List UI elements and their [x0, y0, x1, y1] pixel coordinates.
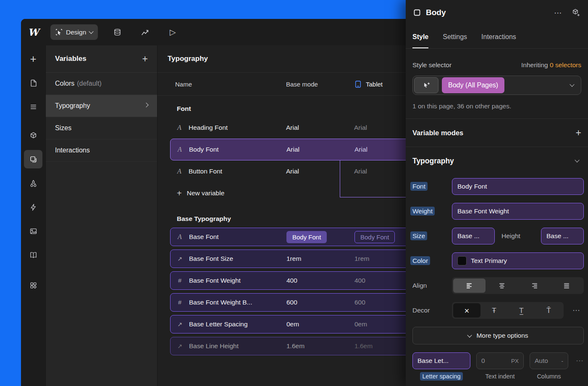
- base-mode-pill[interactable]: Body Font: [286, 231, 327, 243]
- interactions-label: Interactions: [55, 147, 90, 154]
- underline-button[interactable]: T̲: [508, 303, 535, 318]
- base-mode-value[interactable]: Arial: [286, 168, 354, 175]
- pages-button[interactable]: [24, 74, 42, 92]
- table-row[interactable]: A Base Font Body Font Body Font: [170, 228, 422, 246]
- style-inspector-panel: Body ⋯ Style Settings Interactions Style…: [406, 0, 588, 386]
- typography-section-header[interactable]: Typography: [406, 147, 588, 175]
- tab-settings[interactable]: Settings: [443, 25, 467, 48]
- selector-usage-text: 1 on this page, 36 on other pages.: [412, 102, 581, 110]
- align-center-button[interactable]: [486, 278, 518, 293]
- selected-element-title: Body: [426, 8, 446, 17]
- sidebar-item-colors[interactable]: Colors(default): [46, 73, 157, 95]
- size-value-field[interactable]: Base ...: [452, 228, 495, 244]
- underline-icon: T̲: [520, 307, 524, 315]
- variables-button[interactable]: [24, 150, 42, 168]
- resources-button[interactable]: [24, 246, 42, 264]
- columns-field[interactable]: Auto -: [530, 352, 568, 369]
- align-right-icon: [531, 282, 538, 289]
- styles-button[interactable]: [24, 174, 42, 192]
- apps-button[interactable]: [24, 276, 42, 294]
- text-indent-field[interactable]: 0 PX: [476, 352, 524, 369]
- webflow-logo-icon: W: [28, 26, 39, 38]
- tab-style[interactable]: Style: [412, 25, 428, 48]
- align-property-row: Align: [412, 277, 584, 294]
- base-mode-value[interactable]: 1rem: [286, 255, 354, 263]
- sidebar-item-typography[interactable]: Typography: [46, 95, 157, 117]
- none-icon: ×: [464, 307, 470, 315]
- columns-label: Columns: [530, 373, 568, 380]
- typography-label: Typography: [55, 102, 90, 110]
- base-mode-value[interactable]: 400: [286, 277, 354, 284]
- table-row[interactable]: A Heading Font Arial Arial: [170, 117, 422, 139]
- selector-pill[interactable]: Body (All Pages): [442, 77, 504, 93]
- more-type-options-button[interactable]: More type options: [412, 327, 584, 344]
- more-options-icon[interactable]: ⋯: [554, 8, 562, 18]
- type-details-row: Base Let... 0 PX Auto - ⋯: [412, 352, 584, 369]
- tab-interactions[interactable]: Interactions: [481, 25, 516, 48]
- base-mode-value[interactable]: 1.6em: [286, 342, 354, 350]
- inspector-tabs: Style Settings Interactions: [406, 25, 588, 49]
- strikethrough-button[interactable]: Ŧ: [480, 303, 508, 318]
- logo-button[interactable]: W: [21, 26, 45, 38]
- design-mode-button[interactable]: Design: [50, 24, 98, 40]
- add-element-button[interactable]: +: [24, 50, 42, 68]
- inheriting-info[interactable]: Inheriting 0 selectors: [521, 61, 581, 69]
- cms-database-button[interactable]: [109, 24, 126, 41]
- row-more-icon[interactable]: ⋯: [576, 356, 584, 365]
- tablet-pill[interactable]: Body Font: [354, 231, 395, 243]
- add-variable-mode-button[interactable]: +: [576, 128, 581, 138]
- overline-button[interactable]: T̄: [535, 303, 562, 318]
- column-tablet[interactable]: Tablet: [354, 80, 383, 88]
- table-row[interactable]: ↗ Base Font Size 1rem 1rem: [170, 249, 422, 268]
- variables-panel: Variables + Colors(default) Typography S…: [45, 45, 157, 386]
- table-row-selected[interactable]: A Body Font Arial Arial: [170, 139, 422, 160]
- variable-name: Base Font Size: [189, 255, 286, 263]
- create-component-button[interactable]: [572, 8, 580, 17]
- sidebar-item-sizes[interactable]: Sizes: [46, 117, 157, 139]
- text-indent-label: Text indent: [476, 373, 524, 380]
- chevron-down-icon: [575, 158, 579, 162]
- base-mode-value[interactable]: Arial: [286, 146, 354, 153]
- letter-spacing-field[interactable]: Base Let...: [412, 352, 470, 369]
- font-label: Font: [412, 183, 452, 190]
- table-row[interactable]: ↗ Base Line Height 1.6em 1.6em: [170, 337, 422, 355]
- number-icon: #: [171, 299, 189, 306]
- variable-name: Base Line Height: [189, 342, 286, 350]
- align-left-button[interactable]: [453, 278, 486, 293]
- text-decoration-control: × Ŧ T̲ T̄: [452, 302, 564, 319]
- interactions-button[interactable]: [24, 198, 42, 216]
- apps-grid-icon: [30, 282, 37, 289]
- chevron-down-icon: [89, 29, 94, 34]
- table-row[interactable]: # Base Font Weight 400 400: [170, 271, 422, 290]
- table-row[interactable]: ↗ Base Letter Spacing 0em 0em: [170, 315, 422, 333]
- align-justify-button[interactable]: [550, 278, 583, 293]
- variable-name: Body Font: [189, 146, 286, 153]
- inherit-count: 0 selectors: [550, 61, 581, 68]
- base-mode-value[interactable]: 600: [286, 299, 354, 306]
- base-mode-value[interactable]: 0em: [286, 320, 354, 328]
- preview-button[interactable]: ▷: [164, 24, 181, 41]
- align-justify-icon: [563, 282, 570, 289]
- align-right-button[interactable]: [518, 278, 550, 293]
- table-row[interactable]: # Base Font Weight B... 600 600: [170, 293, 422, 312]
- new-selector-button[interactable]: [414, 77, 438, 93]
- decor-more-icon[interactable]: ⋯: [572, 306, 580, 315]
- base-mode-value[interactable]: Arial: [286, 124, 354, 131]
- weight-property-row: Weight Base Font Weight: [412, 203, 584, 220]
- height-value-field[interactable]: Base ...: [541, 228, 584, 244]
- assets-button[interactable]: [24, 222, 42, 240]
- sidebar-item-interactions[interactable]: Interactions: [46, 139, 157, 162]
- weight-value-field[interactable]: Base Font Weight: [452, 203, 584, 220]
- color-value-field[interactable]: Text Primary: [452, 252, 584, 269]
- add-collection-button[interactable]: +: [142, 54, 148, 64]
- components-button[interactable]: [24, 126, 42, 144]
- selector-input[interactable]: Body (All Pages): [412, 76, 581, 95]
- navigator-button[interactable]: [24, 97, 42, 116]
- table-row[interactable]: A Button Font Arial Arial: [170, 160, 422, 182]
- letter-spacing-label: Letter spacing: [412, 373, 470, 380]
- more-type-options-label: More type options: [476, 332, 528, 339]
- font-value-field[interactable]: Body Font: [452, 178, 584, 195]
- analytics-button[interactable]: [136, 24, 153, 41]
- new-variable-button[interactable]: + New variable: [170, 182, 422, 204]
- decoration-none-button[interactable]: ×: [453, 303, 480, 318]
